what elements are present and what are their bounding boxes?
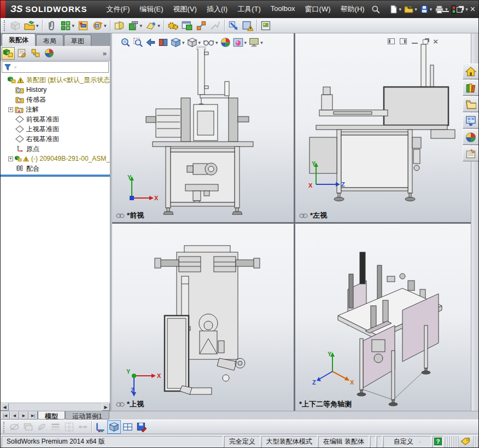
tag-icon[interactable]: [460, 437, 471, 446]
menu-tools[interactable]: 工具(T): [232, 2, 266, 17]
new-document-button[interactable]: ▾: [388, 4, 403, 15]
hide-show-items-button[interactable]: ▾: [202, 37, 219, 48]
doc-close-button[interactable]: ×: [433, 38, 438, 44]
linear-component-pattern-button[interactable]: ▾: [59, 19, 77, 33]
menu-help[interactable]: 帮助(H): [336, 2, 370, 17]
grid-snap-icon: [62, 420, 76, 434]
close-button[interactable]: ×: [470, 6, 475, 13]
solidworks-resources-home-icon[interactable]: [463, 63, 479, 79]
save-button[interactable]: ▾: [419, 4, 434, 15]
viewport-top[interactable]: X Z Y *上视: [112, 224, 294, 411]
tab-assembly[interactable]: 装配体: [2, 33, 36, 46]
configurationmanager-tab[interactable]: [29, 47, 42, 60]
previous-view-button[interactable]: [145, 37, 156, 48]
apply-scene-button[interactable]: ▾: [232, 37, 248, 48]
collapse-left-pane-button[interactable]: [388, 38, 395, 44]
menu-view[interactable]: 视图(V): [168, 2, 202, 17]
mate-button[interactable]: [44, 19, 59, 33]
viewport-isometric[interactable]: Y X Z *上下二等角轴测: [295, 224, 471, 411]
tree-item-annotations[interactable]: + A 注解: [1, 104, 110, 114]
assembly-xpert-button[interactable]: [241, 19, 255, 33]
viewport-front[interactable]: Y X *前视: [112, 33, 294, 222]
expand-icon[interactable]: +: [8, 156, 13, 161]
exploded-view-button[interactable]: [194, 19, 208, 33]
design-library-icon[interactable]: [463, 80, 479, 96]
tree-item-mates[interactable]: 配合: [1, 164, 110, 173]
propertymanager-tab[interactable]: [15, 47, 28, 60]
shaded-display-button[interactable]: [107, 420, 121, 434]
open-insert-button[interactable]: ▾: [22, 19, 40, 33]
tree-item-sensors[interactable]: 传感器: [1, 95, 110, 104]
view-orientation-button[interactable]: ▾: [170, 37, 185, 48]
tab-layout[interactable]: 布局: [36, 34, 63, 46]
expand-icon[interactable]: +: [8, 107, 13, 112]
menu-file[interactable]: 文件(F): [102, 2, 135, 17]
next-tab-button[interactable]: ▶: [19, 411, 28, 420]
tree-item-top-plane[interactable]: 上视基准面: [1, 124, 110, 134]
file-explorer-icon[interactable]: [463, 96, 479, 112]
viewport-horizontal-splitter[interactable]: [112, 222, 471, 224]
tree-item-origin[interactable]: 原点: [1, 144, 110, 154]
tab-motion-study[interactable]: 运动算例1: [65, 411, 109, 420]
scroll-left-button[interactable]: ◀: [1, 403, 9, 411]
toolbar-grip[interactable]: [4, 20, 7, 31]
zoom-to-area-button[interactable]: [132, 37, 144, 48]
zoom-to-fit-button[interactable]: [120, 37, 131, 48]
interference-detection-button[interactable]: [226, 19, 241, 33]
tree-item-component[interactable]: + (-) 209049B-291-00_ASM_: [1, 154, 110, 164]
menu-toolbox[interactable]: Toolbox: [266, 2, 300, 17]
menu-edit[interactable]: 编辑(E): [135, 2, 168, 17]
show-hidden-components-button[interactable]: [112, 19, 126, 33]
smart-fasteners-button[interactable]: [76, 19, 90, 33]
tree-item-assembly-root[interactable]: 装配图 (默认<默认_显示状态: [1, 75, 110, 85]
restore-button[interactable]: [457, 7, 463, 13]
move-component-button[interactable]: ▾: [90, 19, 108, 33]
section-view-button[interactable]: [157, 37, 169, 48]
view-palette-icon[interactable]: [463, 113, 479, 129]
featuremanager-tab[interactable]: [2, 47, 15, 60]
scroll-right-button[interactable]: ▶: [102, 403, 110, 411]
status-custom-dropdown[interactable]: 自定义 ▴: [383, 436, 431, 447]
menu-window[interactable]: 窗口(W): [300, 2, 336, 17]
toolbar-grip[interactable]: [3, 422, 6, 433]
quick-tips-button[interactable]: ?: [433, 436, 443, 447]
save-table-button[interactable]: [135, 420, 148, 434]
view-settings-button[interactable]: ▾: [248, 37, 264, 48]
grid-settings-button[interactable]: [121, 420, 135, 434]
first-tab-button[interactable]: |◀: [1, 411, 10, 420]
prev-tab-button[interactable]: ◀: [10, 411, 19, 420]
new-motion-study-button[interactable]: [166, 19, 180, 33]
filter-dropdown-icon[interactable]: ▾: [14, 65, 17, 70]
doc-minimize-button[interactable]: [412, 39, 418, 44]
tab-model[interactable]: 模型: [38, 411, 65, 420]
svg-text:X: X: [154, 195, 158, 201]
snapshot-button[interactable]: [259, 19, 273, 33]
edit-appearance-button[interactable]: [220, 37, 231, 48]
search-icon[interactable]: [371, 4, 381, 14]
displaymanager-tab[interactable]: [43, 47, 56, 60]
doc-restore-button[interactable]: [423, 39, 428, 44]
tree-item-right-plane[interactable]: 右视基准面: [1, 134, 110, 144]
tree-item-front-plane[interactable]: 前视基准面: [1, 114, 110, 124]
more-tabs-chevron[interactable]: »: [103, 49, 107, 57]
collapse-right-pane-button[interactable]: [400, 38, 407, 44]
tab-sketch[interactable]: 草图: [64, 34, 91, 46]
triad-top: X Z Y: [124, 366, 163, 401]
last-tab-button[interactable]: ▶|: [28, 411, 38, 420]
bill-of-materials-button[interactable]: [180, 19, 194, 33]
resize-grip: [473, 436, 479, 447]
viewport-left[interactable]: Y Z X *左视: [295, 33, 471, 222]
reference-geometry-button[interactable]: ▾: [144, 19, 162, 33]
open-button[interactable]: ▾: [403, 4, 418, 15]
scroll-track[interactable]: [9, 403, 102, 411]
display-style-button[interactable]: ▾: [186, 37, 202, 48]
tree-filter[interactable]: ▾: [2, 61, 109, 73]
custom-properties-icon[interactable]: [463, 146, 479, 161]
appearances-icon[interactable]: [463, 129, 479, 145]
tree-item-history[interactable]: History: [1, 85, 110, 95]
menu-insert[interactable]: 插入(I): [202, 2, 232, 17]
minimize-button[interactable]: [442, 7, 449, 12]
graphics-area: Y X *前视: [112, 33, 479, 411]
assembly-features-button[interactable]: ▾: [126, 19, 144, 33]
coordinate-system-button[interactable]: [94, 420, 107, 434]
